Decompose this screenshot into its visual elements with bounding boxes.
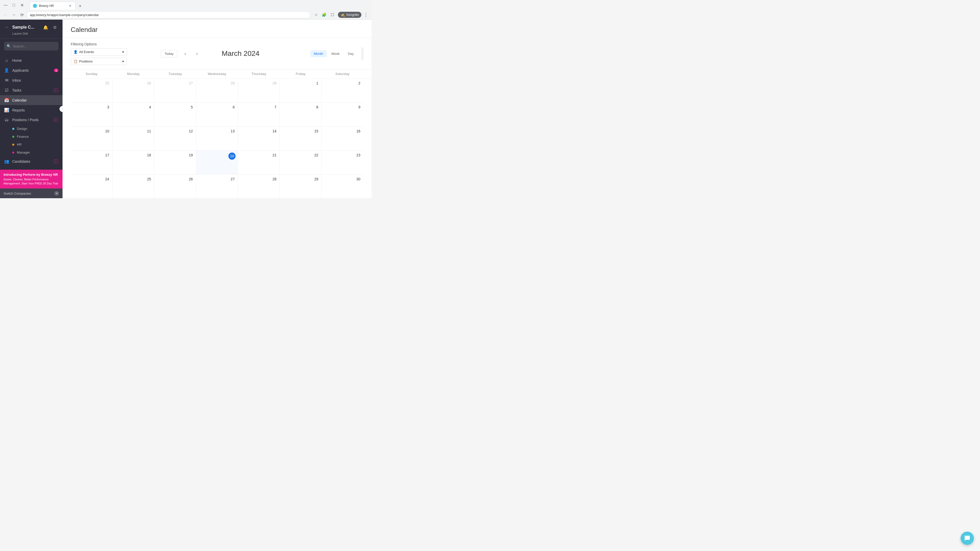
calendar-cell[interactable]: 26 xyxy=(154,175,196,198)
calendar-cell[interactable]: 4 xyxy=(113,103,154,126)
filter-positions-dropdown[interactable]: 📋 Positions ▾ xyxy=(71,58,127,65)
sidebar-item-home[interactable]: ⌂ Home xyxy=(0,56,62,65)
calendar-cell[interactable]: 29 xyxy=(238,79,280,102)
calendar-cell[interactable]: 15 xyxy=(280,127,321,150)
calendar-cell[interactable]: 28 xyxy=(196,79,238,102)
sidebar-item-tasks[interactable]: ☑ Tasks + xyxy=(0,85,62,95)
cell-date: 26 xyxy=(156,176,194,182)
switch-companies-button[interactable]: Switch Companies ✕ xyxy=(0,189,62,198)
view-day-button[interactable]: Day xyxy=(344,50,357,57)
minimize-button[interactable]: — xyxy=(2,2,9,9)
calendar-cell[interactable]: 22 xyxy=(280,151,321,174)
calendar-cell[interactable]: 10 xyxy=(71,127,113,150)
calendar-cell[interactable]: 25 xyxy=(71,79,113,102)
calendar-cell[interactable]: 7 xyxy=(238,103,280,126)
calendar-cell[interactable]: 14 xyxy=(238,127,280,150)
calendar-cell[interactable]: 29 xyxy=(280,175,321,198)
filter-events-icon: 👤 xyxy=(73,50,78,54)
settings-button[interactable]: ⚙ xyxy=(51,24,59,31)
reload-button[interactable]: ⟳ xyxy=(18,11,25,18)
calendar-cell[interactable]: 19 xyxy=(154,151,196,174)
calendar-cell[interactable]: 23 xyxy=(321,151,363,174)
next-month-button[interactable]: › xyxy=(193,50,201,57)
calendar-cell[interactable]: 28 xyxy=(238,175,280,198)
calendar-cell[interactable]: 13 xyxy=(196,127,238,150)
sidebar-item-hr[interactable]: HR xyxy=(0,141,62,148)
close-button[interactable]: ✕ xyxy=(18,2,25,9)
company-row: ← Sample C... 🔔 ⚙ xyxy=(4,24,59,31)
calendar-cell[interactable]: 8 xyxy=(280,103,321,126)
sidebar-item-candidates[interactable]: 👥 Candidates + xyxy=(0,156,62,166)
sidebar-item-manager[interactable]: Manager xyxy=(0,148,62,156)
calendar-cell[interactable]: 16 xyxy=(321,127,363,150)
back-button[interactable]: ← xyxy=(4,24,10,30)
calendar-container: Filtering Options 👤 All Events ▾ 📋 Posit… xyxy=(62,38,372,198)
view-week-button[interactable]: Week xyxy=(328,50,343,57)
filter-events-dropdown[interactable]: 👤 All Events ▾ xyxy=(71,48,127,56)
promo-banner[interactable]: Introducing Perform by Breezy HR Easier,… xyxy=(0,170,62,189)
sidebar-item-finance[interactable]: Finance xyxy=(0,133,62,141)
sidebar-item-applicants[interactable]: 👤 Applicants 1 xyxy=(0,65,62,75)
calendar-cell[interactable]: 5 xyxy=(154,103,196,126)
active-tab[interactable]: Breezy HR ✕ xyxy=(30,2,76,10)
calendar-cell[interactable]: 25 xyxy=(113,175,154,198)
calendar-cell[interactable]: 30 xyxy=(321,175,363,198)
calendar-cell[interactable]: 12 xyxy=(154,127,196,150)
candidates-badge: + xyxy=(53,159,59,164)
calendar-cell[interactable]: 27 xyxy=(154,79,196,102)
calendar-cell[interactable]: 11 xyxy=(113,127,154,150)
calendar-cell[interactable]: 24 xyxy=(71,175,113,198)
design-dot xyxy=(12,128,14,130)
calendar-cell[interactable]: 20 xyxy=(196,151,238,174)
calendar-cell[interactable]: 1 xyxy=(280,79,321,102)
cell-date: 15 xyxy=(282,129,319,134)
company-name: Sample C... xyxy=(12,25,34,30)
address-bar[interactable]: app.breezy.hr/app/c/sample-company/calen… xyxy=(27,11,310,18)
calendar-grid: Sunday Monday Tuesday Wednesday Thursday… xyxy=(62,69,372,198)
address-text: app.breezy.hr/app/c/sample-company/calen… xyxy=(30,13,99,17)
cell-date: 19 xyxy=(156,152,194,158)
sidebar-item-design[interactable]: Design xyxy=(0,125,62,133)
prev-month-button[interactable]: ‹ xyxy=(181,50,189,57)
today-button[interactable]: Today xyxy=(161,50,177,57)
browser-window-controls: — □ ✕ xyxy=(2,2,25,9)
forward-button[interactable]: → xyxy=(10,11,18,18)
calendar-cell[interactable]: 26 xyxy=(113,79,154,102)
search-input-wrap[interactable]: 🔍 xyxy=(4,42,59,51)
tab-close-button[interactable]: ✕ xyxy=(68,4,72,8)
calendar-cell[interactable]: 9 xyxy=(321,103,363,126)
view-month-button[interactable]: Month xyxy=(310,50,327,57)
switch-close-icon[interactable]: ✕ xyxy=(54,191,59,196)
browser-menu-button[interactable]: ⋮ xyxy=(363,11,369,18)
sidebar-item-inbox[interactable]: ✉ Inbox xyxy=(0,75,62,85)
calendar-cell[interactable]: 2 xyxy=(321,79,363,102)
sidebar-item-calendar[interactable]: 📅 Calendar xyxy=(0,95,62,105)
bookmark-button[interactable]: ☆ xyxy=(312,11,320,18)
tab-label: Breezy HR xyxy=(39,4,66,8)
cell-date: 23 xyxy=(324,152,361,158)
finance-dot xyxy=(12,136,14,138)
calendar-cell[interactable]: 6 xyxy=(196,103,238,126)
maximize-button[interactable]: □ xyxy=(10,2,18,9)
cell-date: 11 xyxy=(115,129,152,134)
cell-date: 28 xyxy=(198,81,236,86)
view-options: Month Week Day xyxy=(310,50,357,57)
calendar-cell[interactable]: 3 xyxy=(71,103,113,126)
cell-date: 21 xyxy=(240,152,277,158)
profile-button[interactable]: ☐ xyxy=(329,11,336,18)
sidebar-item-positions-pools[interactable]: 🗂 Positions / Pools + xyxy=(0,115,62,125)
new-tab-button[interactable]: + xyxy=(76,3,84,10)
calendar-icon: 📅 xyxy=(4,98,9,103)
sidebar-item-reports[interactable]: 📊 Reports xyxy=(0,105,62,115)
candidates-icon: 👥 xyxy=(4,159,9,164)
calendar-cell[interactable]: 21 xyxy=(238,151,280,174)
calendar-cell[interactable]: 27 xyxy=(196,175,238,198)
notifications-button[interactable]: 🔔 xyxy=(42,24,49,31)
extension-button[interactable]: 🧩 xyxy=(321,11,328,18)
cell-date: 4 xyxy=(115,105,152,110)
search-input[interactable] xyxy=(13,44,56,48)
calendar-cell[interactable]: 17 xyxy=(71,151,113,174)
back-button[interactable]: ← xyxy=(2,11,9,18)
calendar-cell[interactable]: 18 xyxy=(113,151,154,174)
cell-date: 25 xyxy=(73,81,110,86)
